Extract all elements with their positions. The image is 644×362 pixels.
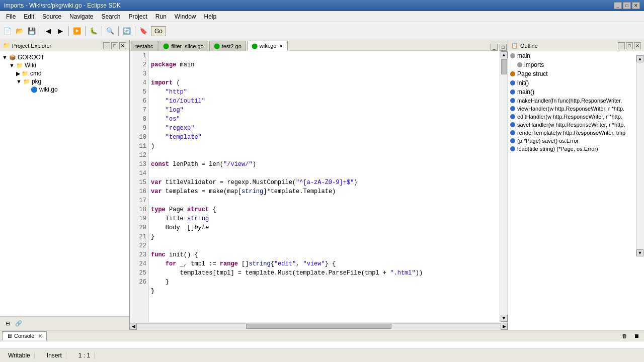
outline-dot-imports bbox=[517, 62, 522, 67]
search-button[interactable]: 🔍 bbox=[105, 26, 116, 37]
expand-icon-pkg: ▼ bbox=[16, 78, 22, 84]
tab-test2-label: test2.go bbox=[222, 43, 242, 49]
tree-wiki[interactable]: ▼ 📁 Wiki bbox=[0, 61, 129, 69]
maximize-panel-button[interactable]: □ bbox=[111, 42, 118, 49]
go-button[interactable]: Go bbox=[151, 26, 166, 36]
tree-wiki-go[interactable]: 🔵 wiki.go bbox=[0, 85, 129, 94]
tab-wiki-icon: ⬤ bbox=[252, 43, 258, 49]
close-button[interactable]: ✕ bbox=[632, 2, 640, 9]
outline-imports[interactable]: imports bbox=[508, 60, 644, 69]
outline-savehandler[interactable]: saveHandler(w http.ResponseWriter, r *ht… bbox=[508, 121, 644, 129]
menu-run[interactable]: Run bbox=[151, 12, 171, 21]
forward-button[interactable]: ▶ bbox=[55, 26, 66, 37]
outline-scroll-up[interactable]: ▲ bbox=[636, 55, 643, 62]
run-button[interactable]: ▶️ bbox=[71, 26, 83, 37]
h-scroll-track[interactable] bbox=[137, 323, 501, 329]
mode-status: Insert bbox=[43, 352, 66, 359]
code-editor[interactable]: 12345 678910 1112131415 1617181920 21222… bbox=[130, 51, 508, 322]
menu-search[interactable]: Search bbox=[97, 12, 124, 21]
outline-close-button[interactable]: ✕ bbox=[634, 42, 641, 49]
outline-viewhandler[interactable]: viewHandler(w http.ResponseWriter, r *ht… bbox=[508, 105, 644, 113]
link-editor-button[interactable]: 🔗 bbox=[13, 318, 24, 329]
outline-minimize-button[interactable]: _ bbox=[618, 42, 625, 49]
toolbar-sep-6 bbox=[135, 26, 135, 36]
minimize-panel-button[interactable]: _ bbox=[103, 42, 110, 49]
tree-pkg[interactable]: ▼ 📁 pkg bbox=[0, 77, 129, 85]
tab-test2[interactable]: ⬤ test2.go bbox=[209, 41, 246, 51]
close-panel-button[interactable]: ✕ bbox=[119, 42, 126, 49]
editor-maximize-button[interactable]: □ bbox=[500, 44, 507, 51]
tab-test2-icon: ⬤ bbox=[214, 43, 220, 49]
tree-goroot[interactable]: ▼ 📦 GOROOT bbox=[0, 53, 129, 61]
open-button[interactable]: 📂 bbox=[14, 26, 25, 37]
debug-button[interactable]: 🐛 bbox=[88, 26, 99, 37]
menu-help[interactable]: Help bbox=[200, 12, 221, 21]
tab-filter-slice[interactable]: ⬤ filter_slice.go bbox=[158, 41, 208, 51]
console-clear-button[interactable]: 🗑 bbox=[619, 330, 630, 341]
outline-page[interactable]: Page struct bbox=[508, 69, 644, 78]
console-tab-item[interactable]: 🖥 Console ✕ bbox=[2, 331, 47, 340]
tab-testabc-label: testabc bbox=[135, 43, 153, 49]
tab-close-button[interactable]: ✕ bbox=[278, 43, 283, 49]
minimize-button[interactable]: _ bbox=[614, 2, 622, 9]
outline-rendertemplate[interactable]: renderTemplate(w http.ResponseWriter, tm… bbox=[508, 129, 644, 137]
outline-main[interactable]: main bbox=[508, 51, 644, 60]
menu-project[interactable]: Project bbox=[124, 12, 151, 21]
menu-window[interactable]: Window bbox=[171, 12, 200, 21]
tab-wiki-go[interactable]: ⬤ wiki.go ✕ bbox=[247, 41, 288, 51]
outline-panel: 📋 Outline _ □ ✕ main imports Page struct bbox=[508, 40, 644, 330]
outline-label-rendertemplate: renderTemplate(w http.ResponseWriter, tm… bbox=[517, 130, 625, 136]
scroll-up-button[interactable]: ▲ bbox=[501, 51, 508, 58]
menu-file[interactable]: File bbox=[2, 12, 20, 21]
scroll-down-button[interactable]: ▼ bbox=[501, 315, 508, 322]
tab-wiki-label: wiki.go bbox=[260, 43, 277, 49]
outline-init[interactable]: init() bbox=[508, 78, 644, 87]
menu-edit[interactable]: Edit bbox=[20, 12, 38, 21]
save-button[interactable]: 💾 bbox=[26, 26, 37, 37]
vertical-scrollbar[interactable]: ▲ ▼ bbox=[500, 51, 508, 322]
outline-main-fn[interactable]: main() bbox=[508, 87, 644, 97]
scroll-left-button[interactable]: ◀ bbox=[130, 323, 137, 330]
editor-minimize-button[interactable]: _ bbox=[491, 44, 498, 51]
refresh-button[interactable]: 🔄 bbox=[121, 26, 132, 37]
statusbar: Writable Insert 1 : 1 bbox=[0, 348, 644, 362]
new-button[interactable]: 📄 bbox=[2, 26, 13, 37]
scroll-thumb[interactable] bbox=[501, 59, 507, 74]
project-explorer: 📁 Project Explorer _ □ ✕ ▼ 📦 GOROOT ▼ 📁 … bbox=[0, 40, 130, 330]
outline-label-page: Page struct bbox=[517, 70, 548, 77]
tree-cmd[interactable]: ▶ 📁 cmd bbox=[0, 69, 129, 77]
outline-dot-viewhandler bbox=[510, 106, 515, 111]
outline-makehandler[interactable]: makeHandler(fn func(http.ResponseWriter, bbox=[508, 97, 644, 105]
h-scroll-thumb[interactable] bbox=[246, 324, 391, 329]
outline-edithandler[interactable]: editHandler(w http.ResponseWriter, r *ht… bbox=[508, 113, 644, 121]
writable-status: Writable bbox=[4, 352, 35, 359]
tab-testabc[interactable]: testabc bbox=[131, 41, 157, 51]
outline-maximize-button[interactable]: □ bbox=[626, 42, 633, 49]
console-icon: 🖥 bbox=[7, 333, 12, 339]
pkg-folder-icon: 📁 bbox=[23, 78, 30, 85]
outline-save[interactable]: (p *Page) save() os.Error bbox=[508, 137, 644, 145]
outline-scrollbar[interactable]: ▲ ▼ bbox=[636, 55, 644, 256]
tab-filter-slice-icon: ⬤ bbox=[163, 43, 169, 49]
go-file-icon: 🔵 bbox=[31, 86, 38, 93]
titlebar-controls: _ □ ✕ bbox=[614, 2, 640, 9]
collapse-all-button[interactable]: ⊟ bbox=[2, 318, 13, 329]
menu-navigate[interactable]: Navigate bbox=[65, 12, 97, 21]
maximize-button[interactable]: □ bbox=[623, 2, 631, 9]
menu-source[interactable]: Source bbox=[38, 12, 65, 21]
horizontal-scrollbar[interactable]: ◀ ▶ bbox=[130, 322, 508, 330]
bookmark-button[interactable]: 🔖 bbox=[138, 26, 149, 37]
tree-wiki-label: Wiki bbox=[25, 62, 36, 69]
console-stop-button[interactable]: ⏹ bbox=[631, 330, 642, 341]
outline-load[interactable]: load(title string) (*Page, os.Error) bbox=[508, 145, 644, 153]
code-content[interactable]: package main import ( "http" "io/ioutil"… bbox=[149, 51, 500, 322]
outline-scroll-down[interactable]: ▼ bbox=[636, 249, 643, 256]
scroll-right-button[interactable]: ▶ bbox=[501, 323, 508, 330]
explorer-icon: 📁 bbox=[3, 42, 10, 49]
back-button[interactable]: ◀ bbox=[43, 26, 54, 37]
tab-filter-slice-label: filter_slice.go bbox=[171, 43, 203, 49]
line-numbers: 12345 678910 1112131415 1617181920 21222… bbox=[130, 51, 149, 322]
console-close[interactable]: ✕ bbox=[38, 333, 42, 339]
tree-pkg-label: pkg bbox=[32, 78, 41, 85]
expand-icon-cmd: ▶ bbox=[16, 70, 20, 77]
